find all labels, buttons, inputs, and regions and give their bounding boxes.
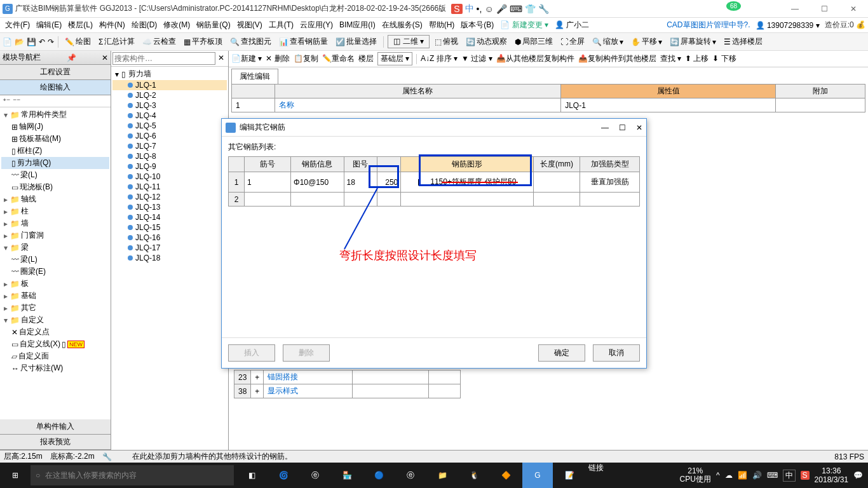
chrome-icon[interactable]: 🔵 [363,463,394,488]
cell-shape[interactable]: 1150+筏板厚度-保护层50 [401,172,534,193]
ime-keyboard-icon[interactable]: ⌨ [510,4,522,14]
menu-draw[interactable]: 绘图(D) [129,18,160,32]
tree-item[interactable]: 〰 梁(L) [1,169,109,181]
undo-icon[interactable]: ↶ [39,37,45,46]
menu-cloud[interactable]: 云应用(Y) [297,18,336,32]
tree-item[interactable]: ▱ 自定义面 [1,350,109,362]
tree-item[interactable]: ⊞ 筏板基础(M) [1,133,109,145]
insert-button[interactable]: 插入 [228,344,275,362]
tree-cat[interactable]: 板 [21,278,29,289]
tree-cat[interactable]: 梁 [21,242,29,253]
select-floor-button[interactable]: ☰ 选择楼层 [721,35,765,48]
menu-file[interactable]: 文件(F) [3,18,32,32]
menu-modify[interactable]: 修改(M) [161,18,193,32]
sort-button[interactable]: A↓Z 排序 ▾ [421,53,458,64]
tray-onedrive-icon[interactable]: ☁ [725,471,733,480]
dialog-close-button[interactable]: ✕ [636,123,642,132]
tree-cat[interactable]: 基础 [21,290,36,301]
clock[interactable]: 13:362018/3/31 [815,466,848,485]
copy-from-floor-button[interactable]: 📥从其他楼层复制构件 [496,53,574,64]
ime-mic-icon[interactable]: 🎤 [496,4,507,14]
component-item[interactable]: JLQ-2 [112,90,227,100]
expand-icon[interactable]: ⁺⁻ [3,97,10,105]
tree-cat[interactable]: 轴线 [21,194,36,205]
floor-select[interactable]: 楼层 [358,53,374,64]
phone-label[interactable]: 👤 13907298339 ▾ [756,21,820,30]
find-button[interactable]: 查找 ▾ [660,53,681,64]
dim-select[interactable]: ◫ 二维 ▾ [388,35,430,48]
tree-item[interactable]: ✕ 自定义点 [1,326,109,338]
tray-up-icon[interactable]: ^ [716,471,720,480]
component-item[interactable]: JLQ-17 [112,243,227,253]
maximize-button[interactable]: ☐ [810,0,839,18]
menu-bim[interactable]: BIM应用(I) [337,18,378,32]
cell-length[interactable] [533,172,580,193]
component-item[interactable]: JLQ-12 [112,192,227,202]
dialog-maximize-button[interactable]: ☐ [619,123,626,132]
component-item[interactable]: JLQ-16 [112,233,227,243]
tree-cat[interactable]: 墙 [21,218,29,229]
search-clear-icon[interactable]: ✕ [215,52,227,65]
menu-rebar[interactable]: 钢筋量(Q) [194,18,233,32]
collapse-icon[interactable]: ⁻⁻ [13,97,20,105]
menu-view[interactable]: 视图(V) [234,18,265,32]
component-item[interactable]: JLQ-8 [112,151,227,161]
cell-info[interactable]: Φ10@150 [291,172,344,193]
cell-tuhao[interactable]: 18 [344,172,377,193]
component-item[interactable]: JLQ-6 [112,131,227,141]
ime-punct-icon[interactable]: •, [477,4,482,14]
ie-icon[interactable]: ⓔ [395,463,426,488]
cloud-check-button[interactable]: ☁️云检查 [140,35,179,48]
align-top-button[interactable]: ▦ 平齐板顶 [181,35,225,48]
notifications-icon[interactable]: 💬 [853,471,863,480]
tray-keyboard-icon[interactable]: ⌨ [767,471,778,480]
start-button[interactable]: ⊞ [0,471,31,480]
taskbar-search[interactable]: ○ 在这里输入你要搜索的内容 [31,465,234,485]
tree-item[interactable]: 〰 梁(L) [1,254,109,266]
tree-item[interactable]: ↔ 尺寸标注(W) [1,362,109,374]
ime-lang[interactable]: 中 [465,3,474,15]
orbit-button[interactable]: 🔄动态观察 [463,35,510,48]
open-icon[interactable]: 📂 [15,37,24,46]
delete-button[interactable]: ✕ 删除 [266,53,289,64]
ggj-active-icon[interactable]: G [522,463,553,488]
tree-item-selected[interactable]: ▯ 剪力墙(Q) [1,157,109,169]
property-tab[interactable]: 属性编辑 [231,69,278,84]
app-icon[interactable]: 🌀 [268,463,299,488]
component-item[interactable]: JLQ-15 [112,222,227,233]
rename-button[interactable]: ✏️重命名 [322,53,355,64]
menu-floor[interactable]: 楼层(L) [65,18,95,32]
top-view-button[interactable]: ⬚ 俯视 [432,35,461,48]
display-row[interactable]: 显示样式 [264,384,353,398]
edge-icon[interactable]: ⓔ [300,463,330,488]
filter-button[interactable]: ▼ 过滤 ▾ [461,53,492,64]
menu-tools[interactable]: 工具(T) [266,18,296,32]
component-item[interactable]: JLQ-3 [112,100,227,111]
expand-toggle[interactable]: ▾ [115,70,119,79]
ok-button[interactable]: 确定 [538,344,585,362]
component-item[interactable]: JLQ-14 [112,212,227,222]
ime-wrench-icon[interactable]: 🔧 [538,4,549,14]
tray-network-icon[interactable]: 📶 [738,471,747,480]
copy-button[interactable]: 📋复制 [294,53,318,64]
link-label[interactable]: 链接 [588,463,604,488]
tree-item[interactable]: ⊞ 轴网(J) [1,121,109,133]
user-label[interactable]: 👤 广小二 [552,18,592,32]
minimize-button[interactable]: — [780,0,810,18]
tree-cat[interactable]: 柱 [21,206,29,217]
close-button[interactable]: ✕ [839,0,868,18]
attr-val-cell[interactable]: JLQ-1 [561,98,776,112]
cell-jin[interactable]: 1 [245,172,291,193]
menu-version[interactable]: 版本号(B) [458,18,496,32]
menu-online[interactable]: 在线服务(S) [379,18,425,32]
tree-root[interactable]: 常用构件类型 [21,109,67,120]
component-item[interactable]: JLQ-1 [112,80,227,90]
rotate-button[interactable]: 🔄屏幕旋转 ▾ [667,35,719,48]
tree-item[interactable]: ▯ 框柱(Z) [1,145,109,157]
tree-cat[interactable]: 其它 [21,302,36,313]
menu-edit[interactable]: 编辑(E) [34,18,64,32]
cell-bend[interactable]: 250 [377,172,401,193]
search-input[interactable] [112,52,215,65]
new-button[interactable]: 📄新建 ▾ [231,53,262,64]
new-doc-icon[interactable]: 📄 [3,37,12,46]
